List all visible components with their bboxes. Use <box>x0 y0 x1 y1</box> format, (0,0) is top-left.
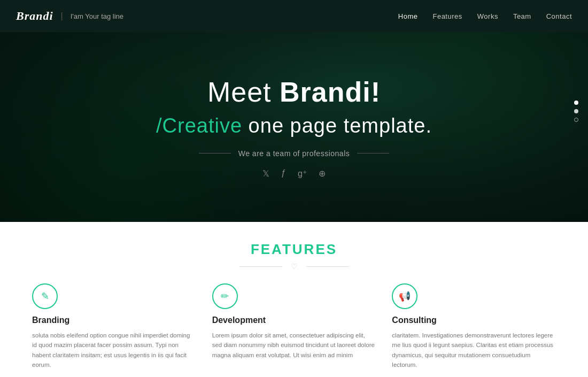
features-header: FEATURES ♡ <box>32 241 556 271</box>
hero-tagline: We are a team of professionals <box>238 149 350 158</box>
features-grid: ✎ Branding soluta nobis eleifend option … <box>32 283 556 370</box>
consulting-desc: claritatem. Investigationes demonstraver… <box>392 330 556 370</box>
navbar-tagline: I'am Your tag line <box>71 12 123 20</box>
slide-dots <box>574 101 578 122</box>
hero-section: Meet Brandi! /Creative one page template… <box>0 0 588 222</box>
brand-logo[interactable]: Brandi <box>16 9 53 23</box>
hero-subtitle: /Creative one page template. <box>156 114 432 137</box>
hero-subtitle-creative: /Creative <box>156 114 242 137</box>
consulting-icon-circle: 📢 <box>392 283 417 309</box>
feature-item-consulting: 📢 Consulting claritatem. Investigationes… <box>392 283 556 370</box>
consulting-title: Consulting <box>392 316 556 325</box>
navbar-divider: | <box>61 11 63 21</box>
features-line-right <box>306 266 349 267</box>
facebook-icon[interactable]: ƒ <box>281 168 286 179</box>
slide-dot-2[interactable] <box>574 109 578 113</box>
nav-item-contact[interactable]: Contact <box>546 11 572 21</box>
hero-content: Meet Brandi! /Creative one page template… <box>156 43 432 178</box>
consulting-icon: 📢 <box>399 290 411 302</box>
nav-item-home[interactable]: Home <box>398 11 418 21</box>
development-desc: Lorem ipsum dolor sit amet, consectetuer… <box>212 330 376 360</box>
hero-title-plain: Meet <box>207 76 280 107</box>
features-section: FEATURES ♡ ✎ Branding soluta nobis eleif… <box>0 222 588 377</box>
nav-item-features[interactable]: Features <box>432 11 462 21</box>
nav-item-works[interactable]: Works <box>477 11 498 21</box>
development-icon: ✏ <box>221 290 229 302</box>
hero-divider: We are a team of professionals <box>156 149 432 158</box>
development-icon-circle: ✏ <box>212 283 238 309</box>
features-title: FEATURES <box>32 241 556 258</box>
features-line-left <box>239 266 282 267</box>
hero-title: Meet Brandi! <box>156 75 432 109</box>
navbar-left: Brandi | I'am Your tag line <box>16 9 123 23</box>
slide-dot-3[interactable] <box>574 118 578 122</box>
branding-icon-circle: ✎ <box>32 283 58 309</box>
branding-desc: soluta nobis eleifend option congue nihi… <box>32 330 196 370</box>
branding-title: Branding <box>32 316 196 325</box>
nav-item-team[interactable]: Team <box>513 11 531 21</box>
hero-title-bold: Brandi! <box>280 76 381 107</box>
features-divider-row: ♡ <box>32 262 556 271</box>
branding-icon: ✎ <box>41 290 49 302</box>
feature-item-branding: ✎ Branding soluta nobis eleifend option … <box>32 283 196 370</box>
hero-divider-line-right <box>357 153 389 153</box>
googleplus-icon[interactable]: g⁺ <box>298 168 307 179</box>
globe-icon[interactable]: ⊕ <box>319 168 326 179</box>
feature-item-development: ✏ Development Lorem ipsum dolor sit amet… <box>212 283 376 370</box>
navbar: Brandi | I'am Your tag line Home Feature… <box>0 0 588 32</box>
twitter-icon[interactable]: 𝕏 <box>262 168 269 179</box>
hero-divider-line-left <box>199 153 231 153</box>
hero-social-links: 𝕏 ƒ g⁺ ⊕ <box>156 168 432 179</box>
hero-subtitle-rest: one page template. <box>242 114 432 137</box>
navbar-links: Home Features Works Team Contact <box>398 11 572 21</box>
heart-icon: ♡ <box>291 262 298 271</box>
development-title: Development <box>212 316 376 325</box>
slide-dot-1[interactable] <box>574 101 578 105</box>
